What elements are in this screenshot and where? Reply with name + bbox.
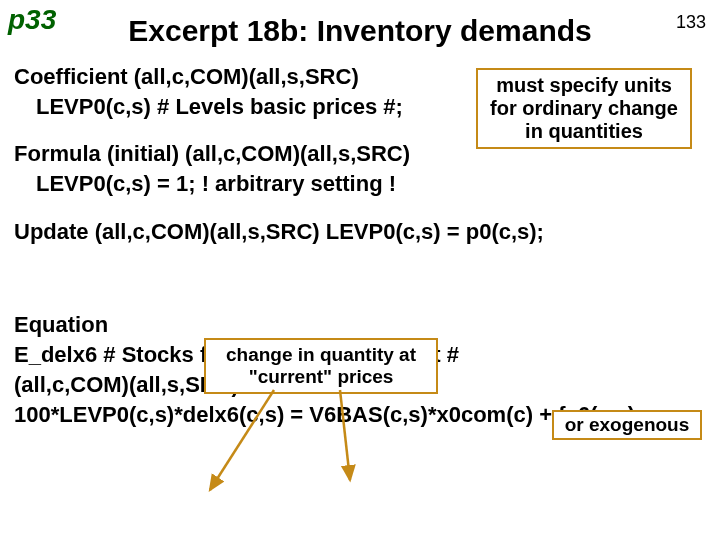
equation-keyword: Equation — [14, 310, 706, 340]
slide: p33 133 Excerpt 18b: Inventory demands C… — [0, 0, 720, 540]
update-block: Update (all,c,COM)(all,s,SRC) LEVP0(c,s)… — [14, 217, 706, 247]
update-line: Update (all,c,COM)(all,s,SRC) LEVP0(c,s)… — [14, 217, 706, 247]
callout-change-quantity: change in quantity at "current" prices — [204, 338, 438, 394]
callout-exogenous: or exogenous — [552, 410, 702, 440]
formula-body: LEVP0(c,s) = 1; ! arbitrary setting ! — [14, 169, 706, 199]
slide-title: Excerpt 18b: Inventory demands — [0, 14, 720, 48]
callout-units: must specify units for ordinary change i… — [476, 68, 692, 149]
